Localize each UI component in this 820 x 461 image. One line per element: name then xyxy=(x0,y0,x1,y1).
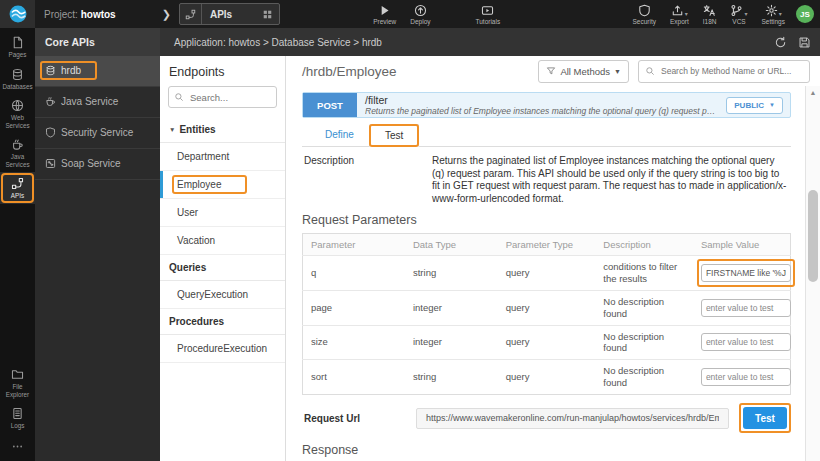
branch-icon xyxy=(730,4,743,17)
workspace-tab-apis[interactable]: APIs xyxy=(179,3,280,25)
settings-button[interactable]: ▾Settings xyxy=(762,4,786,25)
sidebar-item-pages[interactable]: Pages xyxy=(0,31,35,63)
response-heading: Response xyxy=(302,443,791,457)
service-item-hrdb[interactable]: hrdb xyxy=(35,56,160,87)
request-url-row: Request Url Test xyxy=(302,407,791,429)
scrollbar-thumb[interactable] xyxy=(808,190,818,282)
refresh-icon[interactable] xyxy=(774,36,787,49)
action-label: Settings xyxy=(762,18,786,25)
endpoint-item-department[interactable]: Department xyxy=(160,143,285,171)
preview-button[interactable]: Preview xyxy=(373,4,396,25)
cell-data-type: string xyxy=(405,256,498,291)
sample-value-input-size[interactable] xyxy=(701,333,791,351)
endpoints-panel: Endpoints ▼EntitiesDepartmentEmployeeUse… xyxy=(160,56,286,461)
service-item-inner: hrdb xyxy=(43,64,83,77)
core-apis-title: Core APIs xyxy=(35,28,160,56)
endpoints-search-input[interactable] xyxy=(188,91,271,104)
endpoint-item-user[interactable]: User xyxy=(160,199,285,227)
column-header-description: Description xyxy=(595,234,693,256)
tab-define[interactable]: Define xyxy=(310,124,369,146)
sample-value-input-q[interactable] xyxy=(701,264,791,282)
user-avatar[interactable]: JS xyxy=(796,5,814,23)
tab-test[interactable]: Test xyxy=(369,124,419,147)
api-node-icon xyxy=(185,9,196,20)
cell-parameter: size xyxy=(303,325,405,360)
description-text: Returns the paginated list of Employee i… xyxy=(432,155,789,205)
method-badge[interactable]: POST xyxy=(303,93,357,117)
cell-data-type: integer xyxy=(405,290,498,325)
scroll-up-icon[interactable]: ▲ xyxy=(806,86,820,96)
chevron-down-icon: ▾ xyxy=(685,10,688,17)
sidebar-item-logs[interactable]: Logs xyxy=(0,402,35,434)
grid-icon[interactable] xyxy=(262,9,279,20)
service-item-label: Security Service xyxy=(61,127,133,138)
main-scrollbar[interactable]: ▲ xyxy=(805,86,820,461)
chevron-right-icon: ❯ xyxy=(162,8,171,21)
chevron-down-icon: ▾ xyxy=(779,10,782,17)
section-label: Procedures xyxy=(169,316,224,327)
tutorials-button[interactable]: Tutorials xyxy=(476,4,501,25)
sidebar-item-label: Pages xyxy=(9,51,27,59)
sidebar-item-label: Databases xyxy=(2,83,32,91)
service-item-inner: Security Service xyxy=(43,126,135,139)
operation-tabs: DefineTest xyxy=(302,124,791,147)
wavemaker-logo[interactable] xyxy=(0,0,35,28)
table-row-size: sizeintegerqueryNo description found xyxy=(303,325,791,360)
sidebar-item-java-services[interactable]: Java Services xyxy=(0,133,35,172)
cell-sample-value xyxy=(693,290,791,325)
globe-icon xyxy=(11,99,24,112)
methods-filter-dropdown[interactable]: All Methods ▼ xyxy=(538,60,629,83)
api-operation-row[interactable]: POST /filter Returns the paginated list … xyxy=(302,92,791,118)
i18n-button[interactable]: I18N xyxy=(703,4,717,25)
table-row-sort: sortstringqueryNo description found xyxy=(303,360,791,395)
topbar-secondary-actions: Security▾ExportI18N▾VCS▾Settings JS xyxy=(625,4,820,25)
section-label: Queries xyxy=(169,262,206,273)
main-toolbar: /hrdb/Employee All Methods ▼ xyxy=(286,56,820,86)
vcs-button[interactable]: ▾VCS xyxy=(730,4,747,25)
column-header-sample-value: Sample Value xyxy=(693,234,791,256)
filter-icon xyxy=(546,66,556,76)
export-button[interactable]: ▾Export xyxy=(670,4,689,25)
project-name: Project: howtos xyxy=(44,9,116,20)
more-options-button[interactable] xyxy=(0,434,35,461)
service-item-label: Soap Service xyxy=(61,158,120,169)
endpoints-section-procedures[interactable]: Procedures xyxy=(160,309,285,335)
save-icon[interactable] xyxy=(798,36,811,49)
endpoints-section-queries[interactable]: Queries xyxy=(160,255,285,281)
sample-value-input-page[interactable] xyxy=(701,299,791,317)
endpoint-item-queryexecution[interactable]: QueryExecution xyxy=(160,281,285,309)
security-button[interactable]: Security xyxy=(632,4,655,25)
sample-value-input-sort[interactable] xyxy=(701,368,791,386)
endpoint-item-employee[interactable]: Employee xyxy=(160,171,285,199)
sidebar-item-label: APIs xyxy=(11,192,24,200)
sample-value-wrap xyxy=(701,264,791,282)
request-url-input[interactable] xyxy=(416,408,729,429)
service-item-inner: Java Service xyxy=(43,95,120,108)
sidebar-item-databases[interactable]: Databases xyxy=(0,63,35,95)
service-item-java-service[interactable]: Java Service xyxy=(35,87,160,118)
endpoint-item-label: QueryExecution xyxy=(177,289,248,300)
method-search-input[interactable] xyxy=(659,65,803,77)
request-url-label: Request Url xyxy=(302,413,416,424)
cell-parameter: sort xyxy=(303,360,405,395)
visibility-dropdown[interactable]: PUBLIC ▼ xyxy=(726,97,783,114)
sidebar-item-apis[interactable]: APIs xyxy=(0,172,35,204)
shield-icon xyxy=(45,127,56,138)
endpoint-item-vacation[interactable]: Vacation xyxy=(160,227,285,255)
test-button[interactable]: Test xyxy=(743,407,787,429)
shield-icon xyxy=(638,4,651,17)
table-row-q: qstringqueryconditions to filter the res… xyxy=(303,256,791,291)
core-apis-list: hrdbJava ServiceSecurity ServiceSoap Ser… xyxy=(35,56,160,180)
endpoints-section-entities[interactable]: ▼Entities xyxy=(160,117,285,143)
sidebar-item-web-services[interactable]: Web Services xyxy=(0,94,35,133)
service-item-security-service[interactable]: Security Service xyxy=(35,118,160,149)
sidebar-item-file-explorer[interactable]: File Explorer xyxy=(0,363,35,402)
deploy-button[interactable]: Deploy xyxy=(410,4,430,25)
service-item-label: hrdb xyxy=(61,65,81,76)
video-icon xyxy=(481,4,494,17)
column-header-parameter: Parameter xyxy=(303,234,405,256)
endpoint-item-procedureexecution[interactable]: ProcedureExecution xyxy=(160,335,285,363)
endpoints-search[interactable] xyxy=(168,86,277,108)
method-search[interactable] xyxy=(638,60,810,83)
service-item-soap-service[interactable]: Soap Service xyxy=(35,149,160,180)
